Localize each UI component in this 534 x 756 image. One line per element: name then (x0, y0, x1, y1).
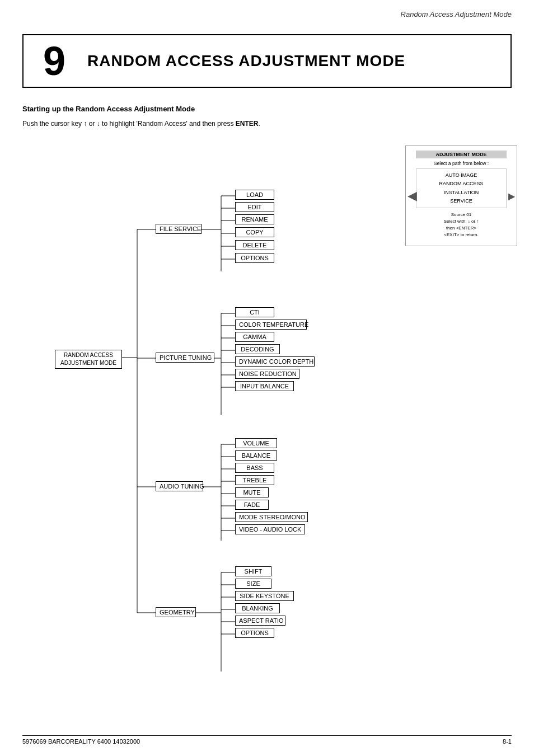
sidebar-panel: ◀ ▶ ADJUSTMENT MODE Select a path from b… (405, 145, 517, 672)
chapter-header: 9 RANDOM ACCESS ADJUSTMENT MODE (22, 34, 512, 88)
panel-note-line4: <EXIT> to return. (410, 232, 512, 238)
item-shift: SHIFT (235, 566, 271, 576)
item-fade: FADE (235, 500, 269, 510)
item-volume: VOLUME (235, 438, 277, 448)
panel-menu: AUTO IMAGE RANDOM ACCESS INSTALLATION SE… (416, 168, 507, 208)
header-title: Random Access Adjustment Mode (401, 10, 512, 18)
item-delete: DELETE (235, 240, 274, 250)
item-dynamic-color-depth: DYNAMIC COLOR DEPTH (235, 356, 315, 367)
item-balance: BALANCE (235, 450, 277, 461)
footer-right: 8-1 (503, 738, 512, 745)
panel-note-line1: Source 01 (410, 212, 512, 218)
menu-item-2: RANDOM ACCESS (419, 180, 504, 188)
branch-audio-tuning: AUDIO TUNING (156, 481, 203, 491)
diagram-area: RANDOM ACCESSADJUSTMENT MODE FILE SERVIC… (17, 140, 394, 672)
branch-file-service: FILE SERVICE (156, 224, 202, 234)
menu-item-1: AUTO IMAGE (419, 171, 504, 180)
chapter-title: RANDOM ACCESS ADJUSTMENT MODE (87, 52, 405, 70)
panel-subtitle: Select a path from below : (410, 161, 512, 166)
item-bass: BASS (235, 463, 274, 473)
panel-note-line2: Select with: ↓ or ↑ (410, 218, 512, 225)
item-video-audio-lock: VIDEO - AUDIO LOCK (235, 524, 305, 534)
page-header: Random Access Adjustment Mode (0, 0, 534, 23)
item-size: SIZE (235, 579, 271, 589)
item-mode-stereo-mono: MODE STEREO/MONO (235, 512, 308, 522)
item-blanking: BLANKING (235, 603, 280, 613)
item-rename: RENAME (235, 214, 274, 224)
item-load: LOAD (235, 190, 274, 200)
branch-picture-tuning: PICTURE TUNING (156, 353, 214, 363)
item-options-2: OPTIONS (235, 628, 274, 638)
page-footer: 5976069 BARCOREALITY 6400 14032000 8-1 (22, 735, 512, 745)
item-input-balance: INPUT BALANCE (235, 381, 294, 391)
item-mute: MUTE (235, 487, 269, 497)
intro-text: Push the cursor key ↑ or ↓ to highlight … (22, 119, 512, 129)
item-side-keystone: SIDE KEYSTONE (235, 591, 294, 601)
panel-note: Source 01 Select with: ↓ or ↑ then <ENTE… (410, 212, 512, 238)
footer-left: 5976069 BARCOREALITY 6400 14032000 (22, 738, 140, 745)
item-decoding: DECODING (235, 344, 280, 354)
panel-title: ADJUSTMENT MODE (416, 151, 507, 158)
root-node: RANDOM ACCESSADJUSTMENT MODE (55, 350, 122, 369)
branch-geometry: GEOMETRY (156, 607, 196, 617)
item-aspect-ratio: ASPECT RATIO (235, 616, 285, 626)
item-noise-reduction: NOISE REDUCTION (235, 369, 299, 379)
chapter-number: 9 (35, 41, 74, 81)
tree-svg (17, 140, 394, 672)
item-color-temperature: COLOR TEMPERATURE (235, 320, 307, 330)
menu-item-4: SERVICE (419, 197, 504, 205)
item-cti: CTI (235, 307, 274, 317)
section-title: Starting up the Random Access Adjustment… (22, 105, 512, 113)
panel-note-line3: then <ENTER> (410, 225, 512, 232)
item-treble: TREBLE (235, 475, 274, 485)
item-gamma: GAMMA (235, 332, 274, 342)
menu-item-3: INSTALLATION (419, 189, 504, 197)
item-copy: COPY (235, 227, 274, 237)
item-edit: EDIT (235, 202, 274, 212)
item-options-1: OPTIONS (235, 253, 274, 263)
